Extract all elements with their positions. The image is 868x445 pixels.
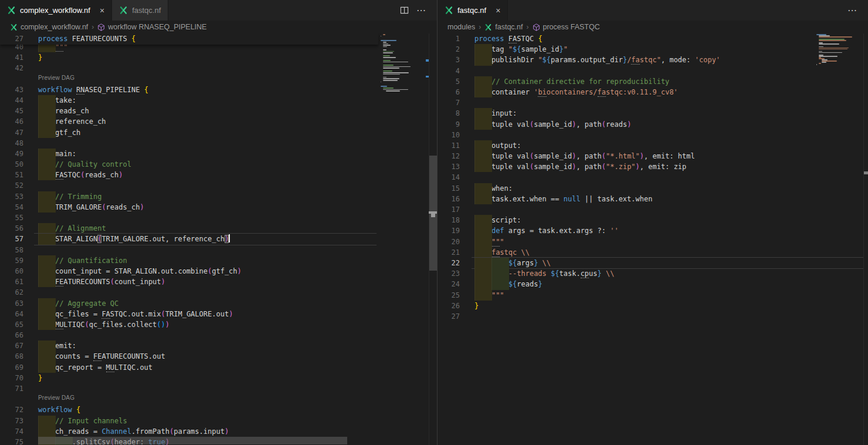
line-number[interactable]: 42 bbox=[0, 63, 23, 73]
code-line[interactable]: 46 reference_ch bbox=[0, 116, 437, 127]
breadcrumb-symbol[interactable]: process FASTQC bbox=[533, 23, 600, 31]
line-number[interactable]: 71 bbox=[0, 383, 23, 394]
code-line[interactable]: 58 bbox=[0, 245, 437, 255]
code-line[interactable]: 45 reads_ch bbox=[0, 106, 437, 116]
line-number[interactable]: 11 bbox=[438, 140, 460, 151]
line-number[interactable]: 46 bbox=[0, 116, 23, 127]
line-number[interactable]: 48 bbox=[0, 138, 23, 149]
breadcrumb-file[interactable]: fastqc.nf bbox=[484, 23, 523, 31]
code-line[interactable]: 55 bbox=[0, 213, 437, 223]
vertical-scrollbar-left[interactable] bbox=[429, 33, 437, 445]
line-number[interactable]: 26 bbox=[438, 301, 460, 311]
code-line[interactable]: 74 ch_reads = Channel.fromPath(params.in… bbox=[0, 426, 437, 437]
line-number[interactable]: 61 bbox=[0, 277, 23, 287]
line-number[interactable]: 45 bbox=[0, 106, 23, 116]
codelens-row[interactable]: Preview DAG bbox=[0, 74, 437, 85]
line-number[interactable]: 17 bbox=[438, 204, 460, 215]
tab-fastqc-right[interactable]: fastqc.nf × bbox=[438, 0, 508, 21]
minimap-right[interactable] bbox=[815, 33, 856, 445]
code-line[interactable]: 62 bbox=[0, 287, 437, 298]
line-number[interactable]: 69 bbox=[0, 362, 23, 373]
codelens-row[interactable]: Preview DAG bbox=[0, 394, 437, 404]
tab-fastqc-left[interactable]: fastqc.nf bbox=[112, 0, 168, 21]
line-number[interactable]: 50 bbox=[0, 159, 23, 170]
line-number[interactable]: 52 bbox=[0, 180, 23, 191]
line-number[interactable]: 3 bbox=[438, 55, 460, 65]
codelens-link[interactable]: Preview DAG bbox=[38, 393, 74, 403]
line-number[interactable]: 58 bbox=[0, 245, 23, 255]
code-line[interactable]: 43workflow RNASEQ_PIPELINE { bbox=[0, 85, 437, 95]
code-line[interactable]: 66 bbox=[0, 330, 437, 341]
code-line[interactable]: 8 input: bbox=[438, 108, 868, 119]
code-line[interactable]: 27process FEATURECOUNTS { bbox=[0, 33, 378, 44]
line-number[interactable]: 53 bbox=[0, 191, 23, 202]
line-number[interactable]: 59 bbox=[0, 255, 23, 266]
code-line[interactable]: 41} bbox=[0, 52, 437, 63]
code-line[interactable]: 11 output: bbox=[438, 140, 868, 151]
line-number[interactable]: 6 bbox=[438, 87, 460, 97]
code-editor-left[interactable]: 40 """41}42Preview DAG43workflow RNASEQ_… bbox=[0, 33, 437, 445]
code-line[interactable]: 52 bbox=[0, 180, 437, 191]
line-number[interactable]: 49 bbox=[0, 149, 23, 159]
breadcrumb-folder[interactable]: modules bbox=[447, 23, 475, 31]
code-line[interactable]: 20 """ bbox=[438, 237, 868, 247]
code-line[interactable]: 7 bbox=[438, 97, 868, 108]
line-number[interactable]: 10 bbox=[438, 130, 460, 140]
line-number[interactable]: 13 bbox=[438, 161, 460, 172]
code-line[interactable]: 24 ${reads} bbox=[438, 279, 868, 289]
line-number[interactable]: 18 bbox=[438, 215, 460, 225]
code-line[interactable]: 53 // Trimming bbox=[0, 191, 437, 202]
code-line[interactable]: 47 gtf_ch bbox=[0, 127, 437, 138]
code-line[interactable]: 5 // Container directive for reproducibi… bbox=[438, 76, 868, 87]
line-number[interactable]: 24 bbox=[438, 279, 460, 289]
code-line[interactable]: 3 publishDir "${params.output_dir}/fastq… bbox=[438, 55, 868, 65]
code-line[interactable]: 13 tuple val(sample_id), path("*.zip"), … bbox=[438, 161, 868, 172]
codelens-link[interactable]: Preview DAG bbox=[38, 73, 74, 83]
line-number[interactable]: 74 bbox=[0, 426, 23, 437]
code-editor-right[interactable]: 1process FASTQC {2 tag "${sample_id}"3 p… bbox=[438, 33, 868, 445]
breadcrumb-file[interactable]: complex_workflow.nf bbox=[10, 23, 88, 31]
code-line[interactable]: 4 bbox=[438, 66, 868, 76]
code-line[interactable]: 2 tag "${sample_id}" bbox=[438, 44, 868, 55]
line-number[interactable]: 68 bbox=[0, 351, 23, 362]
minimap-left[interactable] bbox=[378, 33, 429, 445]
code-line[interactable]: 9 tuple val(sample_id), path(reads) bbox=[438, 119, 868, 130]
line-number[interactable]: 25 bbox=[438, 290, 460, 301]
line-number[interactable]: 72 bbox=[0, 404, 23, 415]
code-line[interactable]: 25 """ bbox=[438, 290, 868, 301]
line-number[interactable]: 60 bbox=[0, 266, 23, 277]
code-line[interactable]: 27 bbox=[438, 311, 868, 322]
line-number[interactable]: 21 bbox=[438, 247, 460, 258]
line-number[interactable]: 7 bbox=[438, 97, 460, 108]
code-line[interactable]: 70} bbox=[0, 373, 437, 383]
code-line[interactable]: 19 def args = task.ext.args ?: '' bbox=[438, 225, 868, 236]
line-number[interactable]: 66 bbox=[0, 330, 23, 341]
line-number[interactable]: 64 bbox=[0, 309, 23, 319]
code-line[interactable]: 50 // Quality control bbox=[0, 159, 437, 170]
line-number[interactable]: 22 bbox=[438, 258, 460, 268]
code-line[interactable]: 60 count_input = STAR_ALIGN.out.combine(… bbox=[0, 266, 437, 277]
close-icon[interactable]: × bbox=[496, 6, 500, 15]
line-number[interactable]: 4 bbox=[438, 66, 460, 76]
more-actions-icon[interactable]: ⋯ bbox=[416, 8, 426, 14]
line-number[interactable]: 27 bbox=[438, 311, 460, 322]
code-line[interactable]: 17 bbox=[438, 204, 868, 215]
line-number[interactable]: 51 bbox=[0, 170, 23, 180]
line-number[interactable]: 8 bbox=[438, 108, 460, 119]
code-line[interactable]: 6 container 'biocontainers/fastqc:v0.11.… bbox=[438, 87, 868, 97]
code-line[interactable]: 1process FASTQC { bbox=[438, 33, 868, 44]
code-line[interactable]: 15 when: bbox=[438, 183, 868, 194]
line-number[interactable]: 75 bbox=[0, 437, 23, 445]
line-number[interactable]: 15 bbox=[438, 183, 460, 194]
code-line[interactable]: 64 qc_files = FASTQC.out.mix(TRIM_GALORE… bbox=[0, 309, 437, 319]
code-line[interactable]: 67 emit: bbox=[0, 341, 437, 351]
line-number[interactable]: 57 bbox=[0, 234, 23, 244]
breadcrumb-symbol[interactable]: workflow RNASEQ_PIPELINE bbox=[97, 23, 206, 31]
line-number[interactable]: 44 bbox=[0, 95, 23, 106]
code-line[interactable]: 22 ${args} \\ bbox=[438, 258, 868, 268]
line-number[interactable]: 62 bbox=[0, 287, 23, 298]
code-line[interactable]: 54 TRIM_GALORE(reads_ch) bbox=[0, 202, 437, 213]
code-line[interactable]: 65 MULTIQC(qc_files.collect()) bbox=[0, 319, 437, 330]
line-number[interactable]: 56 bbox=[0, 223, 23, 234]
line-number[interactable]: 19 bbox=[438, 225, 460, 236]
